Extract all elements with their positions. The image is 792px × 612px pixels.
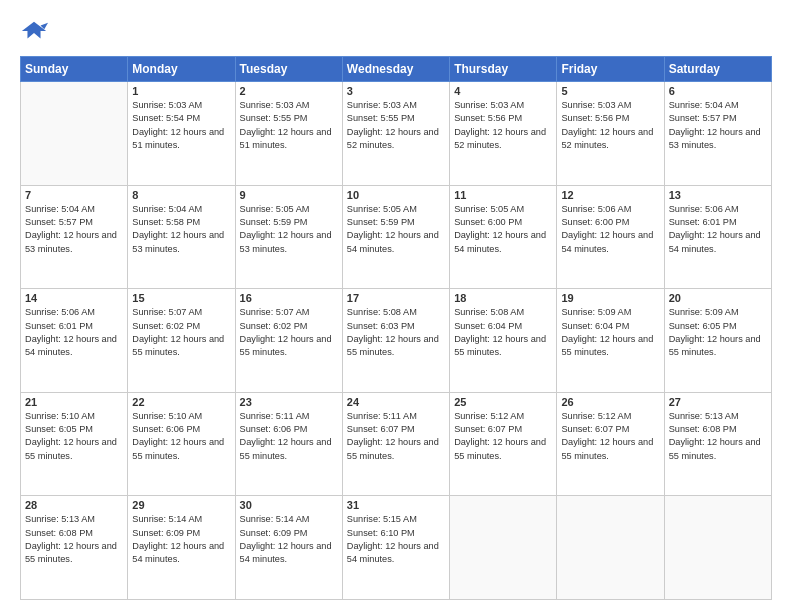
day-number: 17 bbox=[347, 292, 445, 304]
weekday-header: Wednesday bbox=[342, 57, 449, 82]
calendar-cell bbox=[664, 496, 771, 600]
day-number: 31 bbox=[347, 499, 445, 511]
day-number: 10 bbox=[347, 189, 445, 201]
day-info: Sunrise: 5:14 AMSunset: 6:09 PMDaylight:… bbox=[240, 513, 338, 566]
day-info: Sunrise: 5:04 AMSunset: 5:57 PMDaylight:… bbox=[669, 99, 767, 152]
day-number: 24 bbox=[347, 396, 445, 408]
calendar-week-row: 21Sunrise: 5:10 AMSunset: 6:05 PMDayligh… bbox=[21, 392, 772, 496]
day-info: Sunrise: 5:15 AMSunset: 6:10 PMDaylight:… bbox=[347, 513, 445, 566]
day-number: 30 bbox=[240, 499, 338, 511]
day-info: Sunrise: 5:11 AMSunset: 6:06 PMDaylight:… bbox=[240, 410, 338, 463]
calendar-week-row: 7Sunrise: 5:04 AMSunset: 5:57 PMDaylight… bbox=[21, 185, 772, 289]
weekday-header: Monday bbox=[128, 57, 235, 82]
calendar-cell: 12Sunrise: 5:06 AMSunset: 6:00 PMDayligh… bbox=[557, 185, 664, 289]
day-number: 20 bbox=[669, 292, 767, 304]
day-number: 7 bbox=[25, 189, 123, 201]
calendar-cell: 1Sunrise: 5:03 AMSunset: 5:54 PMDaylight… bbox=[128, 82, 235, 186]
calendar-cell: 13Sunrise: 5:06 AMSunset: 6:01 PMDayligh… bbox=[664, 185, 771, 289]
day-info: Sunrise: 5:03 AMSunset: 5:55 PMDaylight:… bbox=[347, 99, 445, 152]
day-info: Sunrise: 5:06 AMSunset: 6:01 PMDaylight:… bbox=[25, 306, 123, 359]
calendar-cell: 17Sunrise: 5:08 AMSunset: 6:03 PMDayligh… bbox=[342, 289, 449, 393]
day-number: 11 bbox=[454, 189, 552, 201]
header bbox=[20, 18, 772, 46]
day-number: 2 bbox=[240, 85, 338, 97]
day-info: Sunrise: 5:03 AMSunset: 5:56 PMDaylight:… bbox=[454, 99, 552, 152]
day-number: 29 bbox=[132, 499, 230, 511]
calendar-cell bbox=[557, 496, 664, 600]
weekday-header: Thursday bbox=[450, 57, 557, 82]
calendar-cell: 26Sunrise: 5:12 AMSunset: 6:07 PMDayligh… bbox=[557, 392, 664, 496]
logo bbox=[20, 18, 52, 46]
calendar-cell: 7Sunrise: 5:04 AMSunset: 5:57 PMDaylight… bbox=[21, 185, 128, 289]
logo-icon bbox=[20, 18, 48, 46]
calendar-cell: 3Sunrise: 5:03 AMSunset: 5:55 PMDaylight… bbox=[342, 82, 449, 186]
day-number: 4 bbox=[454, 85, 552, 97]
page: SundayMondayTuesdayWednesdayThursdayFrid… bbox=[0, 0, 792, 612]
day-number: 23 bbox=[240, 396, 338, 408]
day-info: Sunrise: 5:03 AMSunset: 5:55 PMDaylight:… bbox=[240, 99, 338, 152]
calendar-cell: 30Sunrise: 5:14 AMSunset: 6:09 PMDayligh… bbox=[235, 496, 342, 600]
calendar-cell: 2Sunrise: 5:03 AMSunset: 5:55 PMDaylight… bbox=[235, 82, 342, 186]
day-info: Sunrise: 5:03 AMSunset: 5:56 PMDaylight:… bbox=[561, 99, 659, 152]
calendar-table: SundayMondayTuesdayWednesdayThursdayFrid… bbox=[20, 56, 772, 600]
calendar-week-row: 28Sunrise: 5:13 AMSunset: 6:08 PMDayligh… bbox=[21, 496, 772, 600]
calendar-cell: 20Sunrise: 5:09 AMSunset: 6:05 PMDayligh… bbox=[664, 289, 771, 393]
calendar-cell: 9Sunrise: 5:05 AMSunset: 5:59 PMDaylight… bbox=[235, 185, 342, 289]
day-info: Sunrise: 5:10 AMSunset: 6:06 PMDaylight:… bbox=[132, 410, 230, 463]
calendar-cell: 4Sunrise: 5:03 AMSunset: 5:56 PMDaylight… bbox=[450, 82, 557, 186]
calendar-cell: 25Sunrise: 5:12 AMSunset: 6:07 PMDayligh… bbox=[450, 392, 557, 496]
day-number: 14 bbox=[25, 292, 123, 304]
day-number: 15 bbox=[132, 292, 230, 304]
day-info: Sunrise: 5:12 AMSunset: 6:07 PMDaylight:… bbox=[561, 410, 659, 463]
day-number: 21 bbox=[25, 396, 123, 408]
day-info: Sunrise: 5:05 AMSunset: 6:00 PMDaylight:… bbox=[454, 203, 552, 256]
calendar-cell: 29Sunrise: 5:14 AMSunset: 6:09 PMDayligh… bbox=[128, 496, 235, 600]
calendar-cell: 31Sunrise: 5:15 AMSunset: 6:10 PMDayligh… bbox=[342, 496, 449, 600]
calendar-cell: 15Sunrise: 5:07 AMSunset: 6:02 PMDayligh… bbox=[128, 289, 235, 393]
calendar-cell: 16Sunrise: 5:07 AMSunset: 6:02 PMDayligh… bbox=[235, 289, 342, 393]
calendar-cell: 24Sunrise: 5:11 AMSunset: 6:07 PMDayligh… bbox=[342, 392, 449, 496]
calendar-cell: 19Sunrise: 5:09 AMSunset: 6:04 PMDayligh… bbox=[557, 289, 664, 393]
day-number: 9 bbox=[240, 189, 338, 201]
day-info: Sunrise: 5:07 AMSunset: 6:02 PMDaylight:… bbox=[240, 306, 338, 359]
day-number: 18 bbox=[454, 292, 552, 304]
day-info: Sunrise: 5:09 AMSunset: 6:04 PMDaylight:… bbox=[561, 306, 659, 359]
day-number: 5 bbox=[561, 85, 659, 97]
day-info: Sunrise: 5:03 AMSunset: 5:54 PMDaylight:… bbox=[132, 99, 230, 152]
day-number: 19 bbox=[561, 292, 659, 304]
day-number: 12 bbox=[561, 189, 659, 201]
day-number: 6 bbox=[669, 85, 767, 97]
calendar-cell bbox=[21, 82, 128, 186]
day-number: 22 bbox=[132, 396, 230, 408]
day-info: Sunrise: 5:09 AMSunset: 6:05 PMDaylight:… bbox=[669, 306, 767, 359]
day-number: 25 bbox=[454, 396, 552, 408]
calendar-cell: 22Sunrise: 5:10 AMSunset: 6:06 PMDayligh… bbox=[128, 392, 235, 496]
calendar-week-row: 14Sunrise: 5:06 AMSunset: 6:01 PMDayligh… bbox=[21, 289, 772, 393]
svg-marker-0 bbox=[22, 22, 46, 39]
day-info: Sunrise: 5:08 AMSunset: 6:04 PMDaylight:… bbox=[454, 306, 552, 359]
calendar-cell: 27Sunrise: 5:13 AMSunset: 6:08 PMDayligh… bbox=[664, 392, 771, 496]
day-info: Sunrise: 5:13 AMSunset: 6:08 PMDaylight:… bbox=[669, 410, 767, 463]
calendar-cell: 28Sunrise: 5:13 AMSunset: 6:08 PMDayligh… bbox=[21, 496, 128, 600]
day-info: Sunrise: 5:13 AMSunset: 6:08 PMDaylight:… bbox=[25, 513, 123, 566]
day-info: Sunrise: 5:12 AMSunset: 6:07 PMDaylight:… bbox=[454, 410, 552, 463]
calendar-cell: 14Sunrise: 5:06 AMSunset: 6:01 PMDayligh… bbox=[21, 289, 128, 393]
calendar-cell bbox=[450, 496, 557, 600]
day-number: 13 bbox=[669, 189, 767, 201]
day-info: Sunrise: 5:06 AMSunset: 6:01 PMDaylight:… bbox=[669, 203, 767, 256]
weekday-header: Saturday bbox=[664, 57, 771, 82]
day-number: 27 bbox=[669, 396, 767, 408]
day-info: Sunrise: 5:05 AMSunset: 5:59 PMDaylight:… bbox=[347, 203, 445, 256]
calendar-cell: 23Sunrise: 5:11 AMSunset: 6:06 PMDayligh… bbox=[235, 392, 342, 496]
day-number: 1 bbox=[132, 85, 230, 97]
day-info: Sunrise: 5:07 AMSunset: 6:02 PMDaylight:… bbox=[132, 306, 230, 359]
day-number: 8 bbox=[132, 189, 230, 201]
weekday-header-row: SundayMondayTuesdayWednesdayThursdayFrid… bbox=[21, 57, 772, 82]
calendar-cell: 8Sunrise: 5:04 AMSunset: 5:58 PMDaylight… bbox=[128, 185, 235, 289]
day-number: 3 bbox=[347, 85, 445, 97]
day-info: Sunrise: 5:04 AMSunset: 5:58 PMDaylight:… bbox=[132, 203, 230, 256]
calendar-cell: 5Sunrise: 5:03 AMSunset: 5:56 PMDaylight… bbox=[557, 82, 664, 186]
day-info: Sunrise: 5:05 AMSunset: 5:59 PMDaylight:… bbox=[240, 203, 338, 256]
day-info: Sunrise: 5:14 AMSunset: 6:09 PMDaylight:… bbox=[132, 513, 230, 566]
calendar-cell: 11Sunrise: 5:05 AMSunset: 6:00 PMDayligh… bbox=[450, 185, 557, 289]
